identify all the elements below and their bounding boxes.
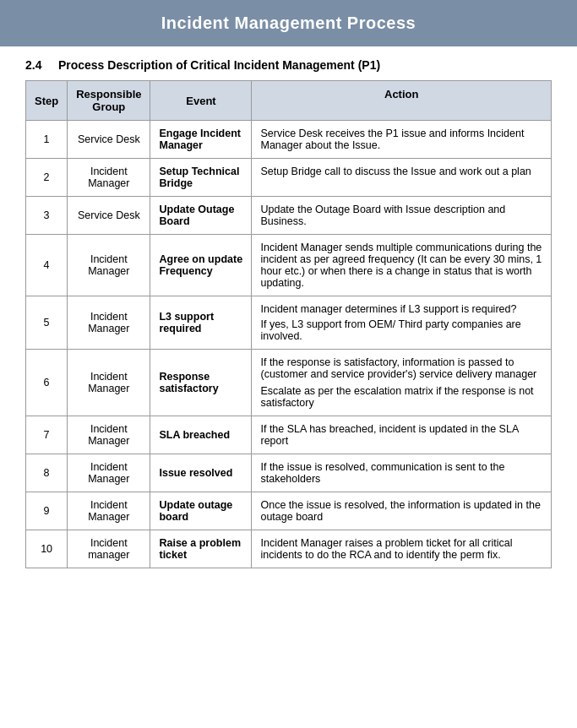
cell-step: 10 — [26, 530, 68, 568]
event-label: Engage Incident Manager — [159, 128, 241, 151]
cell-group: Incident Manager — [68, 235, 150, 296]
cell-step: 6 — [26, 350, 68, 416]
cell-group: Incident Manager — [68, 454, 150, 492]
event-label: Setup Technical Bridge — [159, 166, 239, 189]
event-label: Raise a problem ticket — [159, 537, 241, 561]
table-header-row: Step Responsible Group Event Action — [26, 81, 552, 121]
action-text: Escalate as per the escalation matrix if… — [260, 385, 542, 409]
col-header-step: Step — [26, 81, 68, 121]
cell-step: 4 — [26, 235, 68, 296]
page-header: Incident Management Process — [0, 0, 577, 46]
header-title: Incident Management Process — [161, 14, 416, 32]
table-row: 6Incident ManagerResponse satisfactoryIf… — [26, 350, 552, 416]
action-text: If the SLA has breached, incident is upd… — [260, 423, 542, 447]
cell-action: Update the Outage Board with Issue descr… — [252, 197, 552, 235]
table-row: 4Incident ManagerAgree on update Frequen… — [26, 235, 552, 296]
cell-group: Service Desk — [68, 121, 150, 159]
action-text: If the response is satisfactory, informa… — [260, 356, 542, 380]
table-row: 10Incident managerRaise a problem ticket… — [26, 530, 552, 568]
table-container: Step Responsible Group Event Action 1Ser… — [0, 80, 577, 577]
cell-action: If the response is satisfactory, informa… — [252, 350, 552, 416]
cell-event: Engage Incident Manager — [150, 121, 252, 159]
col-header-group: Responsible Group — [68, 81, 150, 121]
cell-event: Agree on update Frequency — [150, 235, 252, 296]
cell-step: 5 — [26, 296, 68, 350]
cell-event: Raise a problem ticket — [150, 530, 252, 568]
cell-step: 9 — [26, 492, 68, 530]
cell-action: If the SLA has breached, incident is upd… — [252, 416, 552, 454]
table-row: 5Incident ManagerL3 support requiredInci… — [26, 296, 552, 350]
table-row: 9Incident ManagerUpdate outage boardOnce… — [26, 492, 552, 530]
cell-event: Update Outage Board — [150, 197, 252, 235]
table-row: 3Service DeskUpdate Outage BoardUpdate t… — [26, 197, 552, 235]
cell-event: SLA breached — [150, 416, 252, 454]
action-text: If the issue is resolved, communication … — [260, 461, 542, 485]
section-title: 2.4 Process Description of Critical Inci… — [0, 46, 577, 80]
table-row: 8Incident ManagerIssue resolvedIf the is… — [26, 454, 552, 492]
action-text: Incident Manager raises a problem ticket… — [260, 537, 542, 561]
cell-step: 1 — [26, 121, 68, 159]
cell-step: 2 — [26, 159, 68, 197]
col-header-event: Event — [150, 81, 252, 121]
table-row: 7Incident ManagerSLA breachedIf the SLA … — [26, 416, 552, 454]
table-row: 1Service DeskEngage Incident ManagerServ… — [26, 121, 552, 159]
action-text: Incident Manager sends multiple communic… — [260, 242, 542, 289]
cell-group: Incident Manager — [68, 416, 150, 454]
event-label: L3 support required — [159, 311, 214, 334]
cell-group: Incident Manager — [68, 159, 150, 197]
action-text: Update the Outage Board with Issue descr… — [260, 204, 542, 227]
cell-event: Response satisfactory — [150, 350, 252, 416]
action-text: If yes, L3 support from OEM/ Third party… — [260, 318, 542, 342]
cell-action: Service Desk receives the P1 issue and i… — [252, 121, 552, 159]
event-label: Update outage board — [159, 499, 232, 523]
cell-action: Incident manager determines if L3 suppor… — [252, 296, 552, 350]
event-label: Agree on update Frequency — [159, 253, 242, 277]
cell-action: Setup Bridge call to discuss the Issue a… — [252, 159, 552, 197]
cell-event: Issue resolved — [150, 454, 252, 492]
col-header-action: Action — [252, 81, 552, 121]
action-text: Incident manager determines if L3 suppor… — [260, 303, 542, 315]
cell-group: Incident Manager — [68, 350, 150, 416]
event-label: Issue resolved — [159, 467, 232, 479]
cell-group: Incident Manager — [68, 492, 150, 530]
cell-event: L3 support required — [150, 296, 252, 350]
action-text: Service Desk receives the P1 issue and i… — [260, 128, 542, 151]
cell-group: Incident manager — [68, 530, 150, 568]
cell-group: Incident Manager — [68, 296, 150, 350]
cell-action: Once the issue is resolved, the informat… — [252, 492, 552, 530]
action-text: Once the issue is resolved, the informat… — [260, 499, 542, 523]
table-row: 2Incident ManagerSetup Technical BridgeS… — [26, 159, 552, 197]
cell-event: Update outage board — [150, 492, 252, 530]
process-table: Step Responsible Group Event Action 1Ser… — [25, 80, 552, 568]
cell-step: 7 — [26, 416, 68, 454]
event-label: Update Outage Board — [159, 204, 234, 227]
cell-group: Service Desk — [68, 197, 150, 235]
event-label: Response satisfactory — [159, 371, 218, 394]
action-text: Setup Bridge call to discuss the Issue a… — [260, 166, 542, 177]
event-label: SLA breached — [159, 429, 230, 441]
page: Incident Management Process 2.4 Process … — [0, 0, 577, 594]
section-number: 2.4 — [25, 58, 41, 72]
cell-step: 8 — [26, 454, 68, 492]
section-heading: Process Description of Critical Incident… — [58, 58, 380, 72]
cell-event: Setup Technical Bridge — [150, 159, 252, 197]
cell-step: 3 — [26, 197, 68, 235]
cell-action: Incident Manager sends multiple communic… — [252, 235, 552, 296]
cell-action: If the issue is resolved, communication … — [252, 454, 552, 492]
cell-action: Incident Manager raises a problem ticket… — [252, 530, 552, 568]
